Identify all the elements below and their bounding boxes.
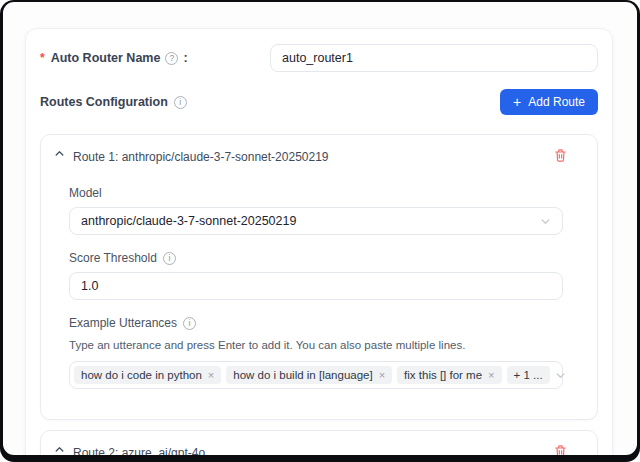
remove-tag-icon[interactable]: × [488, 370, 494, 381]
score-threshold-label-text: Score Threshold [69, 251, 157, 265]
window-frame: * Auto Router Name ? : Routes Configurat… [0, 0, 640, 462]
route-1-title: Route 1: anthropic/claude-3-7-sonnet-202… [73, 150, 329, 164]
auto-router-name-label-text: Auto Router Name [51, 51, 161, 65]
info-circle-icon[interactable]: i [183, 317, 196, 330]
chevron-down-icon [540, 216, 551, 227]
route-2-header: Route 2: azure_ai/gpt-4o [41, 431, 597, 455]
score-threshold-input[interactable] [69, 272, 563, 300]
routes-configuration-row: Routes Configuration i + Add Route [40, 89, 598, 115]
route-1-header: Route 1: anthropic/claude-3-7-sonnet-202… [41, 135, 597, 164]
utterances-helper-text: Type an utterance and press Enter to add… [69, 339, 563, 351]
example-utterances-label-text: Example Utterances [69, 316, 177, 330]
route-panel-2: Route 2: azure_ai/gpt-4o [40, 430, 598, 455]
auto-router-name-label: * Auto Router Name ? : [40, 51, 188, 65]
model-label: Model [69, 186, 563, 200]
utterances-tags-input[interactable]: how do i code in python × how do i build… [69, 361, 563, 389]
label-colon: : [183, 51, 187, 65]
delete-route-2-icon[interactable] [554, 444, 567, 456]
question-circle-icon[interactable]: ? [165, 52, 178, 65]
route-2-title: Route 2: azure_ai/gpt-4o [73, 446, 205, 455]
utterance-tag: how do i code in python × [74, 366, 221, 384]
chevron-up-icon[interactable] [54, 444, 65, 455]
example-utterances-label: Example Utterances i [69, 316, 563, 330]
info-circle-icon[interactable]: i [174, 96, 187, 109]
utterance-tag: fix this [] for me × [397, 366, 501, 384]
chevron-down-icon [555, 370, 566, 381]
routes-configuration-label: Routes Configuration i [40, 95, 187, 109]
auto-router-name-input[interactable] [270, 44, 598, 72]
required-asterisk: * [40, 51, 45, 65]
model-label-text: Model [69, 186, 102, 200]
utterance-tag-text: how do i build in [language] [233, 369, 372, 381]
score-threshold-label: Score Threshold i [69, 251, 563, 265]
remove-tag-icon[interactable]: × [208, 370, 214, 381]
model-select[interactable]: anthropic/claude-3-7-sonnet-20250219 [69, 207, 563, 235]
info-circle-icon[interactable]: i [163, 252, 176, 265]
page-background: * Auto Router Name ? : Routes Configurat… [3, 2, 637, 455]
more-tags-badge[interactable]: + 1 ... [507, 366, 550, 384]
plus-icon: + [513, 95, 521, 109]
auto-router-form-card: * Auto Router Name ? : Routes Configurat… [25, 28, 613, 455]
model-select-value: anthropic/claude-3-7-sonnet-20250219 [81, 214, 296, 228]
name-row: * Auto Router Name ? : [40, 44, 598, 72]
routes-configuration-label-text: Routes Configuration [40, 95, 168, 109]
route-panel-1: Route 1: anthropic/claude-3-7-sonnet-202… [40, 134, 598, 420]
utterance-tag-text: fix this [] for me [404, 369, 482, 381]
utterance-tag-text: how do i code in python [81, 369, 202, 381]
utterance-tag: how do i build in [language] × [226, 366, 392, 384]
add-route-button[interactable]: + Add Route [500, 89, 598, 115]
add-route-button-label: Add Route [528, 95, 585, 109]
route-1-body: Model anthropic/claude-3-7-sonnet-202502… [41, 186, 597, 419]
remove-tag-icon[interactable]: × [379, 370, 385, 381]
delete-route-1-icon[interactable] [554, 148, 567, 163]
chevron-up-icon[interactable] [54, 148, 65, 159]
